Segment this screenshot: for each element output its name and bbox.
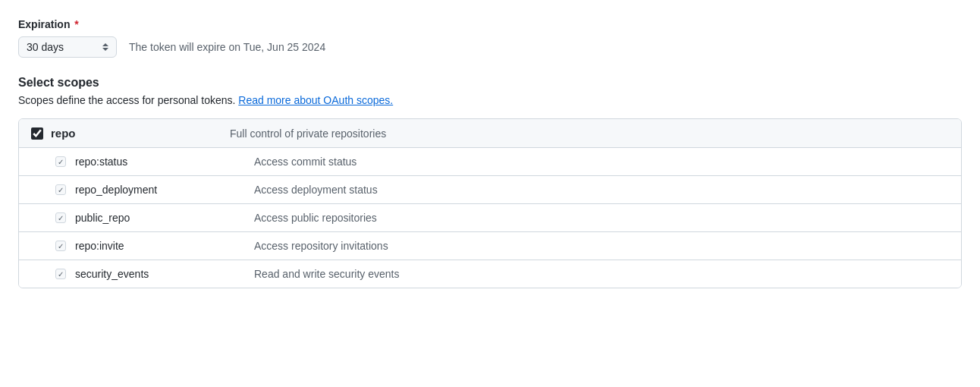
repo-checkbox[interactable] (31, 127, 43, 140)
public-repo-name: public_repo (75, 212, 242, 224)
repo-status-name: repo:status (75, 156, 242, 168)
public-repo-description: Access public repositories (254, 212, 377, 224)
chevron-up-icon (102, 43, 108, 46)
scopes-heading: Select scopes (18, 76, 962, 90)
expiration-select[interactable]: 30 days (18, 36, 117, 58)
security-events-checkbox[interactable] (55, 269, 66, 279)
repo-invite-description: Access repository invitations (254, 240, 388, 252)
required-indicator: * (71, 18, 78, 30)
repo-status-checkbox[interactable] (55, 156, 66, 167)
expiration-hint: The token will expire on Tue, Jun 25 202… (129, 41, 325, 53)
expiration-section: Expiration * 30 days The token will expi… (18, 18, 962, 58)
expiration-row: 30 days The token will expire on Tue, Ju… (18, 36, 962, 58)
scope-row-public-repo: public_repo Access public repositories (19, 204, 961, 232)
repo-invite-name: repo:invite (75, 240, 242, 252)
scope-row-repo-status: repo:status Access commit status (19, 148, 961, 176)
oauth-scopes-link[interactable]: Read more about OAuth scopes. (238, 94, 393, 106)
repo-invite-checkbox[interactable] (55, 241, 66, 251)
scopes-description: Scopes define the access for personal to… (18, 94, 962, 106)
security-events-description: Read and write security events (254, 268, 399, 280)
repo-status-description: Access commit status (254, 156, 357, 168)
expiration-value: 30 days (27, 41, 64, 53)
scope-row-repo: repo Full control of private repositorie… (19, 119, 961, 148)
scopes-box: repo Full control of private repositorie… (18, 118, 962, 288)
scopes-description-text: Scopes define the access for personal to… (18, 94, 235, 106)
chevron-down-icon (102, 48, 108, 51)
repo-description: Full control of private repositories (230, 127, 386, 140)
repo-name: repo (51, 127, 218, 140)
public-repo-checkbox[interactable] (55, 212, 66, 223)
expiration-label: Expiration * (18, 18, 962, 30)
repo-deployment-name: repo_deployment (75, 184, 242, 196)
repo-deployment-description: Access deployment status (254, 184, 378, 196)
security-events-name: security_events (75, 268, 242, 280)
chevron-icon (102, 43, 108, 51)
scope-row-repo-invite: repo:invite Access repository invitation… (19, 232, 961, 260)
scope-row-security-events: security_events Read and write security … (19, 260, 961, 288)
scopes-section: Select scopes Scopes define the access f… (18, 76, 962, 288)
scope-row-repo-deployment: repo_deployment Access deployment status (19, 176, 961, 204)
repo-deployment-checkbox[interactable] (55, 184, 66, 195)
